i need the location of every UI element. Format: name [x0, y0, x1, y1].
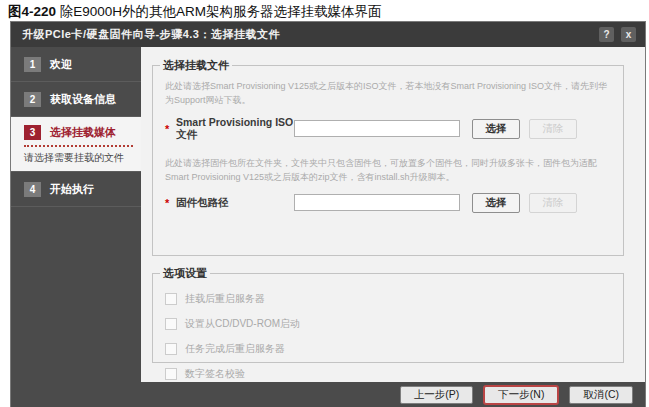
figure-caption-text: 除E9000H外的其他ARM架构服务器选择挂载媒体界面: [56, 4, 382, 19]
close-icon[interactable]: x: [621, 27, 636, 42]
checkbox-label: 挂载后重启服务器: [185, 292, 265, 306]
sidebar-step-execute[interactable]: 4 开始执行: [11, 172, 141, 207]
sidebar-step-device-info[interactable]: 2 获取设备信息: [11, 82, 141, 117]
step-number-badge: 3: [24, 125, 41, 140]
main-panel: 选择挂载文件 此处请选择Smart Provisioning V125或之后版本…: [141, 47, 645, 382]
required-asterisk: *: [165, 123, 176, 135]
firmware-field-label: 固件包路径: [176, 196, 294, 210]
checkbox-icon[interactable]: [165, 318, 177, 330]
step-label: 开始执行: [50, 182, 94, 197]
figure-caption: 图4-220 除E9000H外的其他ARM架构服务器选择挂载媒体界面: [8, 3, 382, 21]
step-label: 获取设备信息: [50, 92, 116, 107]
options-section: 选项设置 挂载后重启服务器 设置从CD/DVD-ROM启动 任务完成后重启服务器: [152, 266, 624, 363]
previous-button[interactable]: 上一步(P): [400, 386, 474, 404]
firmware-hint-text: 此处请选择固件包所在文件夹，文件夹中只包含固件包，可放置多个固件包，同时升级多张…: [165, 157, 611, 185]
dialog-footer: 上一步(P) 下一步(N) 取消(C): [11, 382, 645, 407]
wizard-dialog: 升级PCIe卡/硬盘固件向导-步骤4.3：选择挂载文件 ? x 1 欢迎 2 获…: [11, 22, 645, 407]
sidebar-filler: [11, 207, 141, 382]
step-label: 欢迎: [50, 57, 72, 72]
options-legend: 选项设置: [160, 266, 210, 281]
checkbox-icon[interactable]: [165, 343, 177, 355]
help-icon[interactable]: ?: [599, 27, 614, 42]
dialog-title: 升级PCIe卡/硬盘固件向导-步骤4.3：选择挂载文件: [22, 27, 592, 42]
iso-clear-button[interactable]: 清除: [529, 119, 577, 139]
checkbox-label: 任务完成后重启服务器: [185, 342, 285, 356]
iso-file-input[interactable]: [294, 120, 460, 137]
checkbox-row-signature-check: 数字签名校验: [165, 366, 623, 381]
checkbox-icon[interactable]: [165, 293, 177, 305]
step-number-badge: 2: [24, 92, 41, 107]
dialog-titlebar: 升级PCIe卡/硬盘固件向导-步骤4.3：选择挂载文件 ? x: [11, 22, 645, 47]
figure-caption-label: 图4-220: [8, 4, 56, 19]
checkbox-label: 数字签名校验: [185, 367, 245, 381]
select-mount-file-legend: 选择挂载文件: [160, 58, 232, 73]
firmware-field-row: * 固件包路径 选择 清除: [165, 193, 611, 213]
step-number-badge: 1: [24, 57, 41, 72]
step-label: 选择挂载媒体: [50, 125, 116, 140]
checkbox-row-restart-after-mount: 挂载后重启服务器: [165, 291, 623, 306]
active-step-subtitle: 请选择需要挂载的文件: [24, 151, 133, 165]
next-button[interactable]: 下一步(N): [484, 386, 558, 404]
required-asterisk: *: [165, 197, 176, 209]
firmware-path-input[interactable]: [294, 194, 460, 211]
cancel-button[interactable]: 取消(C): [569, 386, 633, 404]
iso-hint-text: 此处请选择Smart Provisioning V125或之后版本的ISO文件，…: [165, 80, 611, 108]
sidebar-step-select-media-active[interactable]: 3 选择挂载媒体 请选择需要挂载的文件: [11, 117, 141, 172]
firmware-clear-button[interactable]: 清除: [529, 193, 577, 213]
sidebar-step-welcome[interactable]: 1 欢迎: [11, 47, 141, 82]
checkbox-row-boot-from-cd: 设置从CD/DVD-ROM启动: [165, 316, 623, 331]
dialog-body: 1 欢迎 2 获取设备信息 3 选择挂载媒体 请选择需要挂载的文件 4: [11, 47, 645, 382]
firmware-select-button[interactable]: 选择: [472, 193, 520, 213]
iso-field-label: Smart Provisioning ISO文件: [176, 116, 294, 142]
page: 图4-220 除E9000H外的其他ARM架构服务器选择挂载媒体界面 升级PCI…: [0, 0, 649, 407]
checkbox-row-restart-after-task: 任务完成后重启服务器: [165, 341, 623, 356]
active-step-dotted-divider: [24, 145, 133, 147]
checkbox-label: 设置从CD/DVD-ROM启动: [185, 317, 300, 331]
wizard-sidebar: 1 欢迎 2 获取设备信息 3 选择挂载媒体 请选择需要挂载的文件 4: [11, 47, 141, 382]
iso-field-row: * Smart Provisioning ISO文件 选择 清除: [165, 116, 611, 142]
select-mount-file-section: 选择挂载文件 此处请选择Smart Provisioning V125或之后版本…: [152, 58, 624, 256]
iso-select-button[interactable]: 选择: [472, 119, 520, 139]
checkbox-icon[interactable]: [165, 368, 177, 380]
step-number-badge: 4: [24, 182, 41, 197]
